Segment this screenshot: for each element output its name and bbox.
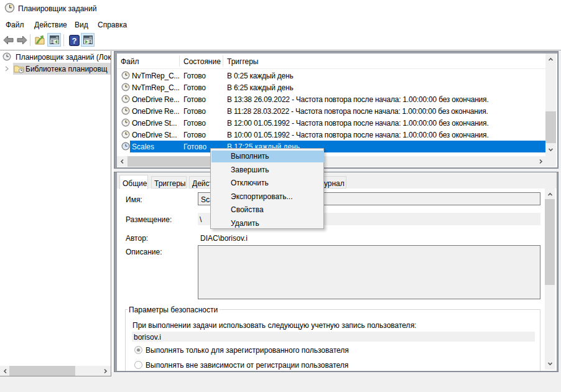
svg-text:?: ?	[72, 36, 77, 45]
